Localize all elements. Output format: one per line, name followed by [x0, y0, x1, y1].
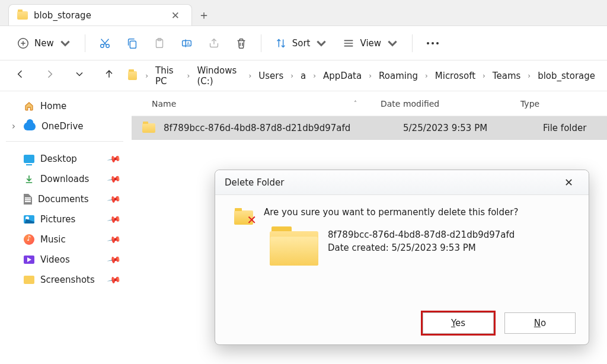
breadcrumb-microsoft[interactable]: Microsoft [433, 69, 478, 82]
yes-button[interactable]: Yes [423, 312, 494, 334]
sidebar-label: OneDrive [41, 121, 84, 132]
onedrive-icon [24, 122, 36, 130]
rename-button[interactable]: A [174, 33, 199, 53]
column-headers: Name˄ Date modified Type [132, 91, 607, 116]
share-button[interactable] [202, 33, 226, 53]
dialog-item-info: 8f789bcc-876d-4bd8-87d8-d21db9d97afd Dat… [328, 226, 515, 266]
view-button[interactable]: View [336, 33, 405, 53]
pin-icon: 📌 [107, 151, 122, 167]
new-button[interactable]: New [11, 33, 78, 53]
pictures-icon [24, 215, 34, 223]
row-name: 8f789bcc-876d-4bd8-87d8-d21db9d97afd [164, 123, 403, 133]
breadcrumb-roaming[interactable]: Roaming [376, 69, 420, 82]
breadcrumb-appdata[interactable]: AppData [321, 69, 364, 82]
sidebar-item-desktop[interactable]: Desktop 📌 [4, 149, 126, 169]
sidebar-label: Desktop [40, 154, 77, 164]
no-button[interactable]: No [504, 312, 576, 334]
sidebar-label: Screenshots [40, 274, 95, 285]
clipboard-icon [153, 37, 166, 50]
sort-asc-icon: ˄ [354, 100, 357, 107]
copy-icon [126, 37, 139, 50]
chevron-down-icon [386, 37, 399, 50]
plus-circle-icon [17, 37, 30, 50]
chevron-right-icon: › [246, 72, 254, 80]
sidebar-item-music[interactable]: Music 📌 [4, 229, 126, 250]
table-row[interactable]: 8f789bcc-876d-4bd8-87d8-d21db9d97afd 5/2… [132, 116, 607, 140]
forward-button[interactable] [39, 66, 60, 85]
breadcrumb-this-pc[interactable]: This PC [153, 64, 183, 88]
breadcrumb-windows-c[interactable]: Windows (C:) [194, 64, 244, 88]
desktop-icon [24, 155, 34, 163]
sidebar-item-videos[interactable]: Videos 📌 [4, 250, 126, 270]
svg-rect-3 [130, 41, 136, 48]
chevron-right-icon: › [143, 72, 151, 80]
row-date: 5/25/2023 9:53 PM [403, 123, 543, 133]
sidebar-label: Videos [40, 254, 70, 265]
pin-icon: 📌 [107, 252, 122, 267]
pin-icon: 📌 [107, 171, 122, 187]
music-icon [24, 234, 34, 245]
close-tab-icon[interactable]: ✕ [168, 8, 183, 23]
rename-icon: A [180, 37, 193, 50]
view-label: View [360, 38, 381, 49]
dialog-item-name: 8f789bcc-876d-4bd8-87d8-d21db9d97afd [328, 228, 515, 242]
sidebar-item-documents[interactable]: Documents 📌 [4, 189, 126, 209]
sidebar-item-screenshots[interactable]: Screenshots 📌 [4, 270, 126, 290]
sidebar-label: Documents [38, 194, 89, 205]
breadcrumb: › This PC› Windows (C:)› Users› a› AppDa… [128, 64, 598, 88]
chevron-right-icon: › [366, 72, 374, 80]
breadcrumb-teams[interactable]: Teams [490, 69, 523, 82]
sidebar: Home › OneDrive Desktop 📌 Downloads 📌 Do… [0, 91, 132, 364]
chevron-right-icon: › [423, 72, 430, 80]
cut-button[interactable] [92, 33, 117, 53]
new-tab-button[interactable]: ＋ [192, 4, 216, 25]
svg-point-1 [100, 44, 104, 47]
pin-icon: 📌 [107, 191, 122, 207]
delete-folder-dialog: Delete Folder ✕ ✕ Are you sure you want … [215, 170, 589, 345]
folder-icon [17, 11, 28, 20]
back-button[interactable] [9, 66, 31, 85]
tab-blob-storage[interactable]: blob_storage ✕ [8, 4, 192, 25]
pin-icon: 📌 [107, 212, 122, 227]
paste-button[interactable] [147, 33, 172, 53]
delete-folder-icon: ✕ [234, 208, 255, 226]
folder-large-icon [270, 226, 318, 266]
up-button[interactable] [98, 66, 120, 85]
chevron-right-icon: › [480, 72, 488, 80]
dialog-title: Delete Folder [225, 177, 284, 188]
column-date-modified[interactable]: Date modified [381, 99, 520, 108]
home-icon [24, 101, 34, 111]
sidebar-item-downloads[interactable]: Downloads 📌 [4, 169, 126, 189]
copy-button[interactable] [120, 33, 145, 53]
sidebar-label: Downloads [40, 174, 89, 184]
sidebar-label: Music [40, 234, 66, 245]
column-name[interactable]: Name˄ [152, 99, 381, 108]
breadcrumb-a[interactable]: a [298, 69, 308, 82]
breadcrumb-users[interactable]: Users [256, 69, 286, 82]
sidebar-item-pictures[interactable]: Pictures 📌 [4, 209, 126, 229]
tab-bar: blob_storage ✕ ＋ [0, 0, 607, 26]
dialog-title-bar: Delete Folder ✕ [215, 170, 589, 195]
toolbar: New A Sort View [0, 26, 607, 60]
delete-button[interactable] [229, 33, 254, 53]
breadcrumb-blob-storage[interactable]: blob_storage [535, 69, 598, 82]
dialog-body: ✕ Are you sure you want to permanently d… [215, 195, 589, 276]
svg-text:A: A [187, 40, 190, 46]
sort-button[interactable]: Sort [269, 33, 334, 53]
chevron-right-icon: › [288, 72, 296, 80]
expand-icon[interactable]: › [9, 121, 18, 132]
documents-icon [24, 194, 32, 205]
chevron-right-icon: › [525, 72, 533, 80]
sidebar-label: Pictures [40, 214, 75, 225]
downloads-icon [24, 174, 34, 184]
sidebar-item-home[interactable]: Home [4, 96, 126, 116]
recent-dropdown[interactable] [69, 66, 90, 85]
pin-icon: 📌 [107, 272, 122, 288]
sidebar-item-onedrive[interactable]: › OneDrive [4, 116, 126, 136]
more-options-button[interactable] [420, 37, 446, 49]
separator [6, 141, 123, 142]
close-dialog-button[interactable]: ✕ [558, 174, 579, 191]
tab-title: blob_storage [34, 10, 91, 21]
new-label: New [34, 38, 54, 49]
column-type[interactable]: Type [520, 99, 607, 108]
